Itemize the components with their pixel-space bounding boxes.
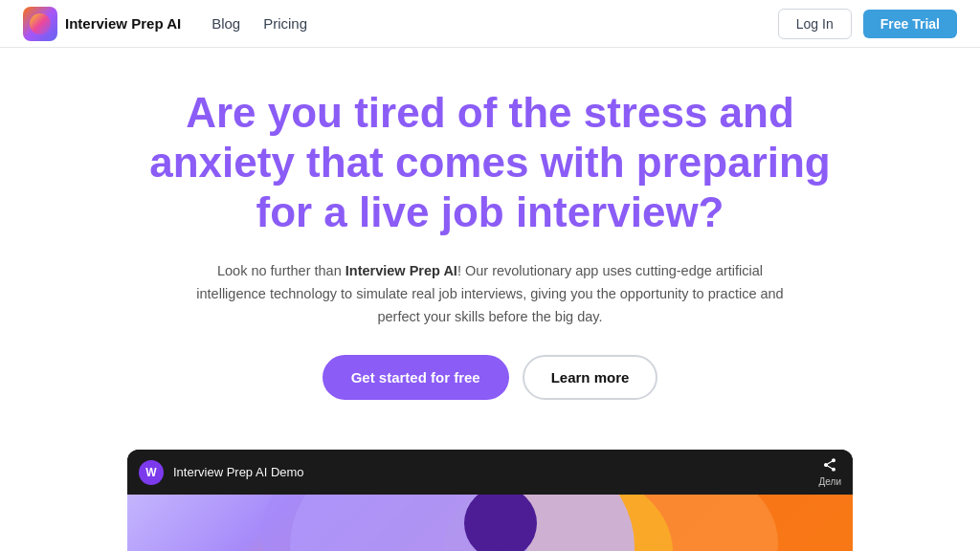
video-title-text: Interview Prep AI Demo [173, 465, 810, 479]
share-icon[interactable]: Дели [819, 457, 841, 486]
navbar: Interview Prep AI Blog Pricing Log In Fr… [0, 0, 980, 48]
video-topbar: W Interview Prep AI Demo Дели [127, 450, 853, 494]
hero-buttons: Get started for free Learn more [134, 355, 846, 400]
learn-more-button[interactable]: Learn more [523, 355, 658, 400]
nav-link-pricing[interactable]: Pricing [263, 15, 307, 32]
video-preview[interactable]: W Interview Prep AI Demo Дели [127, 450, 853, 551]
video-background-svg [127, 495, 853, 551]
video-content [127, 495, 853, 551]
hero-title: Are you tired of the stress and anxiety … [134, 88, 846, 237]
share-label: Дели [819, 476, 841, 487]
logo-inner-circle [30, 13, 51, 34]
nav-actions: Log In Free Trial [778, 9, 957, 39]
video-avatar: W [139, 460, 164, 485]
hero-section: Are you tired of the stress and anxiety … [0, 48, 980, 450]
logo-icon [23, 7, 57, 41]
nav-link-blog[interactable]: Blog [212, 15, 240, 32]
brand-name: Interview Prep AI [65, 15, 181, 32]
nav-links: Blog Pricing [212, 15, 307, 32]
svg-point-5 [464, 495, 537, 551]
get-started-button[interactable]: Get started for free [323, 355, 509, 400]
hero-sub-brand: Interview Prep AI [345, 263, 457, 278]
nav-logo[interactable]: Interview Prep AI [23, 7, 181, 41]
login-button[interactable]: Log In [778, 9, 852, 39]
hero-sub-before: Look no further than [217, 263, 345, 278]
hero-subtitle: Look no further than Interview Prep AI! … [193, 260, 787, 329]
free-trial-button[interactable]: Free Trial [863, 10, 957, 38]
